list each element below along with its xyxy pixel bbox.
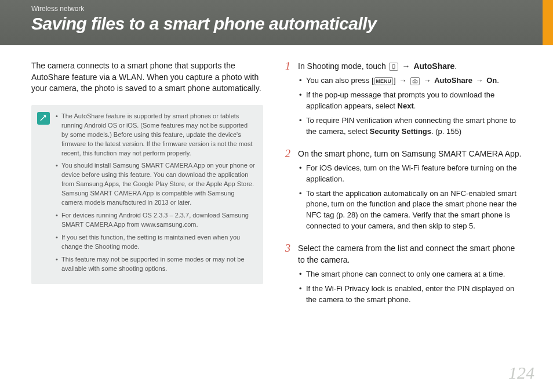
text: . (p. 155) (431, 127, 461, 136)
step-1: 1 In Shooting mode, touch → AutoShare. Y… (285, 60, 522, 141)
sub-list: You can also press [MENU] → → AutoShare … (298, 75, 522, 137)
step-body: In Shooting mode, touch → AutoShare. You… (298, 60, 522, 141)
step-2: 2 On the smart phone, turn on Samsung SM… (285, 148, 522, 235)
sub-list: For iOS devices, turn on the Wi-Fi featu… (298, 163, 522, 232)
text: In Shooting mode, touch (298, 61, 388, 71)
intro-text: The camera connects to a smart phone tha… (31, 60, 263, 95)
text: You can also press [ (306, 76, 374, 85)
content-area: The camera connects to a smart phone tha… (0, 45, 553, 316)
step-main: On the smart phone, turn on Samsung SMAR… (298, 148, 522, 159)
arrow-icon: → (399, 76, 406, 85)
camera-icon (410, 77, 420, 85)
bold-text: Security Settings (370, 127, 431, 136)
arrow-icon: → (424, 76, 431, 85)
note-box: The AutoShare feature is supported by sm… (31, 105, 263, 284)
svg-point-2 (414, 81, 416, 82)
sub-item: You can also press [MENU] → → AutoShare … (298, 75, 522, 86)
text: . (497, 76, 499, 85)
note-icon (37, 112, 50, 125)
note-item: For devices running Android OS 2.3.3 – 2… (56, 211, 255, 230)
note-item: This feature may not be supported in som… (56, 255, 255, 274)
arrow-icon: → (402, 61, 410, 71)
note-list: The AutoShare feature is supported by sm… (56, 112, 255, 274)
page-title: Saving files to a smart phone automatica… (31, 14, 522, 34)
bold-text: AutoShare (434, 76, 472, 85)
note-item: The AutoShare feature is supported by sm… (56, 112, 255, 158)
note-item: You should install Samsung SMART CAMERA … (56, 161, 255, 208)
page-header: Wireless network Saving files to a smart… (0, 0, 553, 45)
sub-item: The smart phone can connect to only one … (298, 269, 522, 280)
arrow-icon: → (476, 76, 483, 85)
text: ] (394, 76, 398, 85)
step-main: Select the camera from the list and conn… (298, 242, 522, 266)
step-number: 2 (285, 148, 298, 235)
step-number: 3 (285, 242, 298, 309)
step-body: Select the camera from the list and conn… (298, 242, 522, 309)
note-item: If you set this function, the setting is… (56, 233, 255, 252)
breadcrumb: Wireless network (31, 5, 522, 13)
sub-item: If the Wi-Fi Privacy lock is enabled, en… (298, 284, 522, 306)
menu-button-icon: MENU (374, 77, 394, 85)
sub-item: To start the application automatically o… (298, 188, 522, 232)
sub-list: The smart phone can connect to only one … (298, 269, 522, 306)
sub-item: If the pop-up message that prompts you t… (298, 90, 522, 112)
bold-text: On (486, 76, 497, 85)
bold-text: AutoShare (413, 61, 454, 71)
text: . (414, 101, 416, 110)
sub-item: To require PIN verification when connect… (298, 115, 522, 137)
bold-text: Next (398, 101, 414, 110)
page-number: 124 (508, 363, 534, 383)
left-column: The camera connects to a smart phone tha… (31, 60, 263, 316)
text: . (454, 61, 457, 71)
section-tab (543, 0, 553, 45)
step-body: On the smart phone, turn on Samsung SMAR… (298, 148, 522, 235)
phone-icon (389, 63, 398, 71)
step-number: 1 (285, 60, 298, 141)
step-main: In Shooting mode, touch → AutoShare. (298, 60, 522, 72)
right-column: 1 In Shooting mode, touch → AutoShare. Y… (285, 60, 522, 316)
step-3: 3 Select the camera from the list and co… (285, 242, 522, 309)
sub-item: For iOS devices, turn on the Wi-Fi featu… (298, 163, 522, 185)
